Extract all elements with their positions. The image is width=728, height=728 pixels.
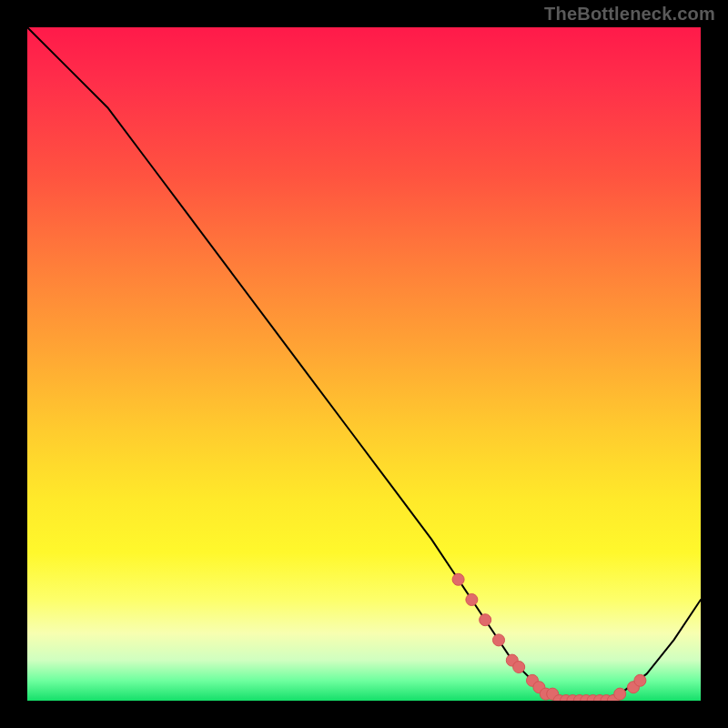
curve-marker bbox=[480, 614, 491, 626]
chart-stage: TheBottleneck.com bbox=[0, 0, 728, 728]
bottleneck-curve bbox=[27, 27, 701, 701]
curve-marker bbox=[466, 594, 478, 606]
chart-svg bbox=[27, 27, 701, 701]
curve-marker bbox=[513, 662, 525, 673]
curve-marker bbox=[634, 674, 646, 686]
watermark-text: TheBottleneck.com bbox=[544, 4, 715, 25]
curve-marker bbox=[614, 688, 626, 700]
curve-marker bbox=[452, 573, 464, 585]
curve-marker bbox=[493, 634, 505, 646]
curve-markers bbox=[452, 573, 646, 701]
plot-area bbox=[27, 27, 701, 701]
